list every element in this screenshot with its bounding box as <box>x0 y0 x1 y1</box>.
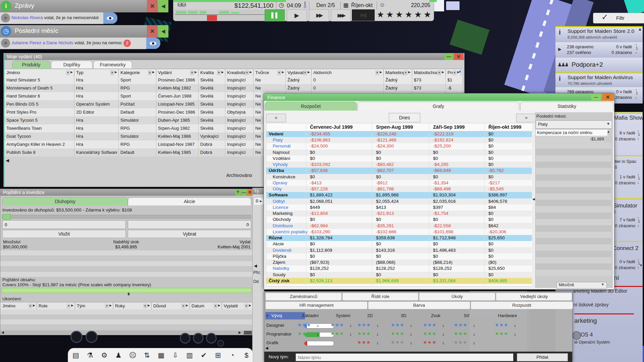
insurance-titlebar[interactable]: Pojištění a investice <box>0 189 253 196</box>
world-circle[interactable] <box>217 340 224 347</box>
archived-label[interactable]: Archivováno <box>212 173 266 178</box>
last-month-item[interactable]: ✳ Julianne Perez a Dane Nichols volal, ž… <box>0 38 146 49</box>
notification-card[interactable]: ♟♟♟Podpora+2 <box>555 58 643 73</box>
expand-icon[interactable]: ▶ <box>218 304 220 307</box>
expand-icon[interactable]: ▶ <box>148 304 150 307</box>
world-circle[interactable] <box>180 333 191 344</box>
tab-doplňky[interactable]: Doplňky <box>51 61 93 68</box>
pause-button[interactable] <box>265 9 285 21</box>
tab-rozpočet[interactable]: Rozpočet <box>265 102 357 111</box>
tab-frameworky[interactable]: Frameworky <box>93 61 132 68</box>
star-cell[interactable]: ★★★1 <box>389 330 418 338</box>
insurance-coverage-bar[interactable] <box>2 288 252 293</box>
scroll-up-icon[interactable]: ▲ <box>607 130 611 134</box>
star-cell[interactable]: ★★★1 <box>329 330 358 338</box>
side-entry-label[interactable]: Kompenzace za noční směnu <box>536 130 607 136</box>
filter-icon[interactable]: ▼ <box>277 70 281 75</box>
filter-icon[interactable]: ▼ <box>29 304 32 308</box>
scroll-down-icon[interactable]: ▼ <box>639 263 643 267</box>
tab-Vedlejší úkoly[interactable]: Vedlejší úkoly <box>496 293 572 300</box>
help-button[interactable]: ? <box>235 189 240 196</box>
period-dropdown[interactable]: Měsíčně ▼ <box>556 282 607 289</box>
filter-icon[interactable]: ▼ <box>190 70 194 75</box>
staff-icon[interactable]: ♟ <box>112 350 125 361</box>
tab-0[interactable]: Dluhopisy <box>2 197 128 205</box>
filter-icon[interactable]: ▼ <box>105 304 109 308</box>
minimize-button[interactable]: — <box>591 94 601 100</box>
column-header-1[interactable]: Typ▼▶ <box>74 69 119 76</box>
table-row[interactable]: Hand Simulator 5HraSportProsinec-Dec 198… <box>4 76 462 84</box>
collapse-button[interactable]: ◀ <box>158 25 168 38</box>
minimize-button[interactable]: — <box>241 189 247 196</box>
skip-button[interactable]: ▶▮ <box>352 9 375 21</box>
today-button[interactable]: Dnes <box>389 113 420 122</box>
notification-card[interactable]: iSupport for Maiden Antivirus70,786 akti… <box>555 73 643 87</box>
filter-icon[interactable]: ▼ <box>404 70 408 75</box>
bond-slider[interactable] <box>2 215 251 219</box>
scroll-thumb[interactable] <box>244 331 252 335</box>
inventory-box-icon[interactable]: ▦ <box>154 350 168 361</box>
world-circle[interactable] <box>70 331 83 343</box>
pie-chart-icon[interactable]: ◔ <box>225 350 239 361</box>
filter-icon[interactable]: ▼ <box>181 304 185 308</box>
expand-icon[interactable]: ▶ <box>380 70 382 74</box>
person-link[interactable]: Nickolas Rivera <box>11 15 43 20</box>
filter-icon[interactable]: ▼ <box>437 70 441 75</box>
expand-icon[interactable]: ▶ <box>282 70 284 74</box>
coverage-slider-tick[interactable] <box>128 293 129 295</box>
filter-icon[interactable]: ▼ <box>148 70 152 75</box>
star-cell[interactable]: ★★★1 <box>452 339 481 347</box>
close-button[interactable]: ✕ <box>454 53 463 60</box>
expand-icon[interactable]: ▶ <box>186 304 188 307</box>
expand-icon[interactable]: ▶ <box>308 70 310 74</box>
tab-Barva[interactable]: Barva <box>368 301 470 309</box>
sliver-tab[interactable]: B ▸ <box>253 197 264 205</box>
deals-check-icon[interactable]: ✔ <box>197 350 211 361</box>
column-header-7[interactable]: Vydavatel▼▶ <box>285 69 312 76</box>
filter-icon[interactable]: ▼ <box>66 70 70 75</box>
role-label-Grafik[interactable]: Grafik <box>266 340 303 345</box>
tab-Rozpustit[interactable]: Rozpustit <box>471 301 573 309</box>
close-button[interactable]: ✕ <box>602 94 613 101</box>
star-cell[interactable]: ★★★1 <box>452 330 481 338</box>
tab-statistiky[interactable]: Statistiky <box>520 102 613 111</box>
news-item[interactable]: ✳ Nickolas Rivera volal, že je na nemoce… <box>0 12 103 24</box>
world-circle[interactable] <box>193 333 204 344</box>
star-cell[interactable]: ★★★1 <box>296 330 325 338</box>
fast-forward-button[interactable]: ▶▶ <box>309 9 329 21</box>
column-header-Datum[interactable]: Datum▼▶ <box>190 302 222 310</box>
scroll-left-icon[interactable]: ◀ <box>265 346 268 350</box>
expand-icon[interactable]: ▶ <box>249 304 251 307</box>
close-button[interactable]: ✕ <box>147 25 158 38</box>
filter-icon[interactable]: ▼ <box>245 304 248 308</box>
star-cell[interactable]: ★★★1 <box>296 321 325 329</box>
reports-icon[interactable]: ▥ <box>183 350 196 361</box>
persons-link[interactable]: Julianne Perez a Dane Nichols <box>11 40 73 45</box>
expand-icon[interactable]: ▶ <box>408 70 411 74</box>
deposit-button[interactable]: Vložit <box>2 230 126 238</box>
column-header-Jméno[interactable]: Jméno▼▶ <box>0 302 37 310</box>
star-cell[interactable]: ★★★1 <box>452 321 481 329</box>
last-month-titlebar[interactable]: Poslední měsíc <box>0 25 168 38</box>
withdraw-button[interactable]: Vybrat <box>128 230 251 238</box>
star-cell[interactable]: ★★★1 <box>422 339 450 347</box>
expand-icon[interactable]: ▶ <box>152 70 155 74</box>
expand-icon[interactable]: ▶ <box>221 70 224 74</box>
filter-icon[interactable]: ▼ <box>214 304 217 308</box>
filter-icon[interactable]: ▼ <box>453 70 457 75</box>
expand-icon[interactable]: ▶ <box>195 70 197 74</box>
sort-indicator-icon[interactable]: ▲ <box>458 69 462 73</box>
filter-icon[interactable]: ▼ <box>375 70 379 75</box>
prev-month-button[interactable]: < <box>266 114 286 122</box>
releases-titlebar[interactable]: Moje vydání (40) <box>4 53 464 60</box>
column-header-0[interactable]: Jméno▼▶ <box>4 69 74 76</box>
filter-icon[interactable]: ▼ <box>110 70 114 75</box>
star-cell[interactable]: ★★★1 <box>389 321 418 329</box>
shipping-icon[interactable]: ⇩ <box>169 350 182 361</box>
filter-icon[interactable]: ▼ <box>217 70 221 75</box>
finance-titlebar[interactable]: Finance <box>264 94 614 101</box>
scroll-left-icon[interactable]: ◀ <box>254 263 257 268</box>
minimize-button[interactable]: — <box>444 53 453 60</box>
close-button[interactable]: ✕ <box>247 189 253 196</box>
calendar-grid-icon[interactable]: ⊞ <box>211 350 225 361</box>
